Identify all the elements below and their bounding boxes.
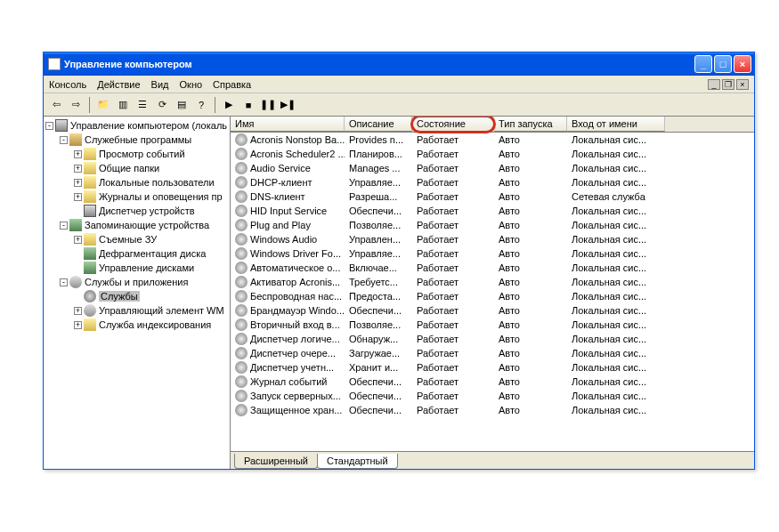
restart-button[interactable]: ▶❚ [279,96,296,114]
up-button[interactable]: 📁 [94,96,112,114]
tree-icon [84,148,96,160]
expander-icon[interactable]: - [60,278,68,286]
column-header[interactable]: Имя [231,117,345,132]
mdi-close-button[interactable]: × [736,79,749,90]
service-row[interactable]: Acronis Nonstop Ba...Provides n...Работа… [231,133,754,147]
expander-icon[interactable]: - [45,122,53,130]
service-row[interactable]: Журнал событийОбеспечи...РаботаетАвтоЛок… [231,375,754,389]
service-row[interactable]: Вторичный вход в...Позволяе...РаботаетАв… [231,318,754,332]
menu-help[interactable]: Справка [213,79,251,90]
tree-node[interactable]: +Журналы и оповещения пр [44,189,230,204]
service-row[interactable]: Plug and PlayПозволяе...РаботаетАвтоЛока… [231,218,754,232]
tree-node[interactable]: -Службы и приложения [44,275,230,289]
service-row[interactable]: Windows Driver Fo...Управляе...РаботаетА… [231,246,754,261]
column-header[interactable]: Описание [345,117,412,132]
minimize-button[interactable]: _ [694,55,712,73]
service-row[interactable]: Windows AudioУправлен...РаботаетАвтоЛока… [231,232,754,246]
column-header[interactable]: Вход от имени [567,117,665,132]
tree-node[interactable]: +Общие папки [44,161,230,175]
expander-icon[interactable]: + [74,179,82,187]
service-row[interactable]: Диспетчер учетн...Хранит и...РаботаетАвт… [231,360,754,375]
expander-icon[interactable]: + [74,193,82,201]
mdi-minimize-button[interactable]: _ [708,79,720,90]
tree-node[interactable]: Диспетчер устройств [44,204,230,218]
cell: Локальная сис... [567,391,665,401]
tree-node[interactable]: +Локальные пользователи [44,175,230,189]
menu-action[interactable]: Действие [97,79,140,90]
tree-node[interactable]: +Управляющий элемент WM [44,303,230,318]
menu-console[interactable]: Консоль [49,79,86,90]
tree-node[interactable]: +Съемные ЗУ [44,232,230,246]
cell: Авто [494,220,567,230]
expander-icon[interactable]: + [74,150,82,158]
expander-icon[interactable]: - [60,222,68,230]
cell: Включае... [345,262,412,273]
expander-icon[interactable]: + [74,321,82,329]
forward-button[interactable]: ⇨ [67,96,85,114]
list-body[interactable]: Acronis Nonstop Ba...Provides n...Работа… [231,133,754,451]
service-row[interactable]: Запуск серверных...Обеспечи...РаботаетАв… [231,389,754,403]
cell: Хранит и... [345,362,412,373]
window-title: Управление компьютером [64,59,694,69]
tree-node[interactable]: -Запоминающие устройства [44,218,230,232]
tree-node[interactable]: Службы [44,289,230,303]
column-header[interactable]: Тип запуска [494,117,567,132]
cell: Работает [412,206,494,216]
cell: Обеспечи... [345,206,412,216]
titlebar[interactable]: Управление компьютером _ □ × [44,52,754,76]
menu-window[interactable]: Окно [180,79,203,90]
tree-node[interactable]: -Управление компьютером (локаль [44,118,230,133]
refresh-button[interactable]: ⟳ [153,96,171,114]
stop-button[interactable]: ■ [239,96,257,114]
service-icon [235,162,247,174]
close-button[interactable]: × [734,55,751,73]
service-row[interactable]: Автоматическое о...Включае...РаботаетАвт… [231,261,754,275]
tree-node[interactable]: Дефрагментация диска [44,246,230,261]
view-tab[interactable]: Стандартный [317,454,398,469]
cell: Работает [412,362,494,373]
tree-node[interactable]: +Просмотр событий [44,147,230,161]
service-row[interactable]: DNS-клиентРазреша...РаботаетАвтоСетевая … [231,189,754,204]
tree-node[interactable]: -Служебные программы [44,133,230,147]
window-buttons: _ □ × [694,55,751,73]
pause-button[interactable]: ❚❚ [259,96,277,114]
cell: Работает [412,234,494,245]
service-row[interactable]: HID Input ServiceОбеспечи...РаботаетАвто… [231,204,754,218]
expander-icon[interactable]: - [60,136,68,144]
expander-icon[interactable]: + [74,307,82,315]
view-tab[interactable]: Расширенный [234,454,318,469]
export-button[interactable]: ▤ [173,96,191,114]
cell: Локальная сис... [567,262,665,273]
menu-view[interactable]: Вид [151,79,169,90]
service-row[interactable]: Брандмауэр Windo...Обеспечи...РаботаетАв… [231,303,754,318]
service-row[interactable]: Acronis Scheduler2 ...Планиров...Работае… [231,147,754,161]
cell: Локальная сис... [567,220,665,230]
mdi-restore-button[interactable]: ❐ [722,79,734,90]
expander-icon[interactable]: + [74,165,82,173]
column-header[interactable]: Состояние [412,117,494,132]
play-button[interactable]: ▶ [220,96,238,114]
show-hide-button[interactable]: ▥ [114,96,132,114]
tree-label: Служба индексирования [99,319,211,330]
tree-node[interactable]: Управление дисками [44,261,230,275]
cell: HID Input Service [231,205,345,217]
properties-button[interactable]: ☰ [134,96,151,114]
service-row[interactable]: Диспетчер очере...Загружае...РаботаетАвт… [231,346,754,360]
mdi-buttons: _ ❐ × [708,79,749,90]
service-row[interactable]: Активатор Acronis...Требуетс...РаботаетА… [231,275,754,289]
tree-label: Локальные пользователи [99,177,215,188]
service-row[interactable]: Защищенное хран...Обеспечи...РаботаетАвт… [231,403,754,417]
cell: Работает [412,191,494,202]
nav-tree[interactable]: -Управление компьютером (локаль-Служебны… [44,117,231,469]
service-row[interactable]: Audio ServiceManages ...РаботаетАвтоЛока… [231,161,754,175]
maximize-button[interactable]: □ [714,55,732,73]
expander-icon[interactable]: + [74,236,82,244]
service-row[interactable]: Диспетчер логиче...Обнаруж...РаботаетАвт… [231,332,754,346]
service-row[interactable]: DHCP-клиентУправляе...РаботаетАвтоЛокаль… [231,175,754,189]
help-button[interactable]: ? [192,96,210,114]
tree-node[interactable]: +Служба индексирования [44,318,230,332]
service-row[interactable]: Беспроводная нас...Предоста...РаботаетАв… [231,289,754,303]
service-icon [235,347,247,359]
back-button[interactable]: ⇦ [47,96,65,114]
cell: Работает [412,177,494,188]
